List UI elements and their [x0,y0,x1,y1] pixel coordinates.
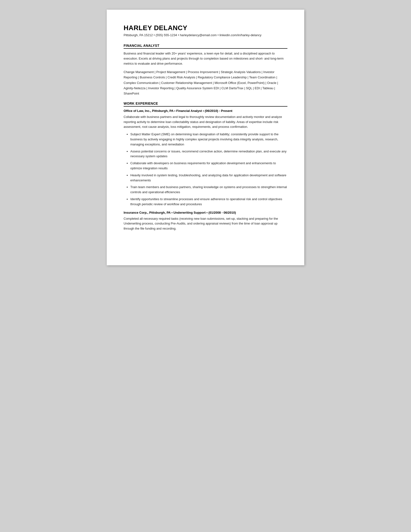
bullet-item: Train team members and business partners… [130,185,287,195]
summary-section: FINANCIAL ANALYST Business and financial… [124,44,287,96]
work-experience-title: WORK EXPERIENCE [124,102,287,107]
bullet-item: Identify opportunities to streamline pro… [130,197,287,207]
job-2-header: Insurance Corp., Pittsburgh, PA • Underw… [124,211,287,214]
bullet-item: Assess potential concerns or issues, rec… [130,149,287,159]
bullet-item: Heavily involved in system testing, trou… [130,173,287,183]
skills-text: Change Management | Project Management |… [124,69,287,96]
job-1-description: Collaborate with business partners and l… [124,114,287,130]
header-section: HARLEY DELANCY Pittsburgh, PA 15212 • (5… [124,24,287,37]
summary-title: FINANCIAL ANALYST [124,44,287,49]
summary-intro: Business and financial leader with 20+ y… [124,51,287,66]
candidate-name: HARLEY DELANCY [124,24,287,32]
work-experience-section: WORK EXPERIENCE Office of Law, Inc., Pit… [124,102,287,231]
resume-page: HARLEY DELANCY Pittsburgh, PA 15212 • (5… [107,10,304,265]
job-1: Office of Law, Inc., Pittsburgh, PA • Fi… [124,109,287,207]
job-1-header: Office of Law, Inc., Pittsburgh, PA • Fi… [124,109,287,113]
contact-info: Pittsburgh, PA 15212 • (555) 555-1234 • … [124,33,287,37]
job-2: Insurance Corp., Pittsburgh, PA • Underw… [124,211,287,231]
job-1-bullets: Subject Matter Expert (SME) on determini… [130,132,287,207]
bullet-item: Subject Matter Expert (SME) on determini… [130,132,287,147]
bullet-item: Collaborate with developers on business … [130,161,287,171]
job-2-description: Completed all necessary required tasks (… [124,216,287,231]
